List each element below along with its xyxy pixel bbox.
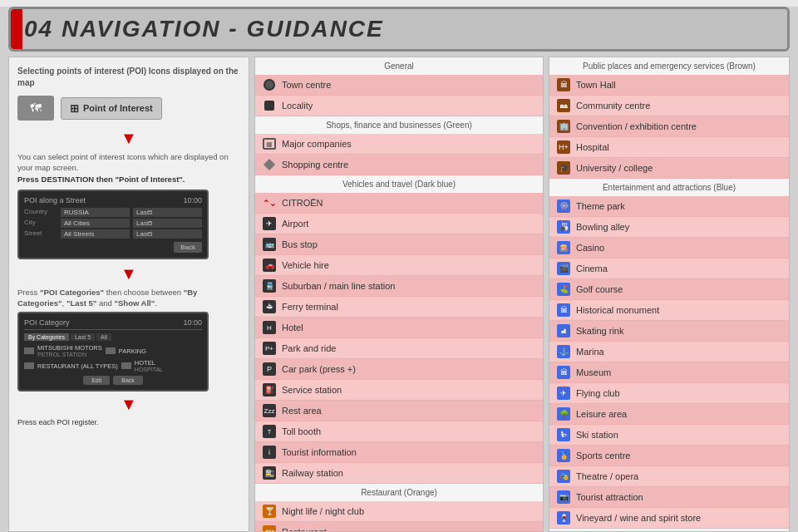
list-item[interactable]: ✈ Flying club xyxy=(549,383,789,404)
restaurant-icon: 🍽 xyxy=(262,525,277,532)
screen2-tab-last5[interactable]: Last 5 xyxy=(71,333,95,341)
poi-item-text: Golf course xyxy=(576,284,623,294)
list-item[interactable]: ⛷ Ski station xyxy=(549,425,789,446)
community-centre-icon: 🏘 xyxy=(556,98,571,113)
list-item[interactable]: ⛸ Skating rink xyxy=(549,321,789,342)
poi-item-text: Hotel xyxy=(282,323,303,332)
screen2-icon-1 xyxy=(24,347,34,354)
left-panel-title: Selecting points of interest (POI) Icons… xyxy=(17,66,240,89)
list-item[interactable]: 🍽 Restaurant xyxy=(255,522,543,532)
screen1-label-country: Country xyxy=(24,208,57,217)
list-item[interactable]: Locality xyxy=(255,96,543,116)
list-item[interactable]: Zzz Rest area xyxy=(255,401,543,421)
poi-item-text: Vehicle hire xyxy=(282,260,329,270)
list-item[interactable]: 🏛 Museum xyxy=(549,362,789,383)
middle-panel: General Town centre Locality Shops, fina… xyxy=(254,57,544,532)
list-item[interactable]: 🏢 Convention / exhibition centre xyxy=(549,116,789,137)
list-item[interactable]: 🍷 Vineyard / wine and spirit store xyxy=(549,508,789,529)
list-item[interactable]: ⌃⌄ CITROËN xyxy=(255,193,543,214)
list-item[interactable]: Town centre xyxy=(255,75,543,96)
screen2-tab-categories[interactable]: By Categories xyxy=(24,333,69,341)
screen2-main-2: RESTAURANT (ALL TYPES) xyxy=(37,362,118,370)
ferry-terminal-icon: ⛴ xyxy=(262,299,277,314)
left-desc-2: Press "POI Categories" then choose betwe… xyxy=(17,287,240,309)
list-item[interactable]: H+ Hospital xyxy=(549,137,789,158)
list-item[interactable]: T Toll booth xyxy=(255,421,543,442)
screen1-title: POI along a Street xyxy=(24,196,86,204)
list-item[interactable]: H Hotel xyxy=(255,318,543,338)
list-item[interactable]: ⚓ Marina xyxy=(549,342,789,362)
ski-station-icon: ⛷ xyxy=(556,427,571,442)
list-item[interactable]: 🚌 Bus stop xyxy=(255,234,543,255)
screen2-icon-2b xyxy=(121,362,131,369)
list-item[interactable]: 🏅 Sports centre xyxy=(549,446,789,466)
poi-item-text: Restaurant xyxy=(282,527,327,532)
screen1-back-btn[interactable]: Back xyxy=(174,242,202,253)
screen2-sub-2b: HOSPITAL xyxy=(135,367,163,372)
list-item[interactable]: 🚆 Suburban / main line station xyxy=(255,276,543,297)
town-centre-icon xyxy=(262,77,277,92)
convention-centre-icon: 🏢 xyxy=(556,119,571,134)
list-item[interactable]: 🌳 Leisure area xyxy=(549,404,789,425)
screen2-main-1b: PARKING xyxy=(119,347,146,355)
list-item[interactable]: 🍸 Night life / night club xyxy=(255,501,543,522)
screen1-value-city: All Cities xyxy=(61,219,130,228)
screen1-header: POI along a Street 10:00 xyxy=(24,196,202,204)
screen2-tab-all[interactable]: All xyxy=(96,333,111,341)
list-item[interactable]: 🏘 Community centre xyxy=(549,96,789,116)
screen1-time: 10:00 xyxy=(183,196,202,204)
list-item[interactable]: 📷 Tourist attraction xyxy=(549,487,789,508)
list-item[interactable]: ⛳ Golf course xyxy=(549,279,789,300)
poi-item-text: Town Hall xyxy=(576,80,616,90)
poi-item-text: Leisure area xyxy=(576,409,627,419)
poi-item-text: Locality xyxy=(282,101,313,111)
screen2-back-btn[interactable]: Back xyxy=(113,376,143,385)
skating-rink-icon: ⛸ xyxy=(556,323,571,338)
list-item[interactable]: 🚗 Vehicle hire xyxy=(255,255,543,276)
list-item[interactable]: P+ Park and ride xyxy=(255,338,543,359)
screen2-sub-1: PETROL STATION xyxy=(37,352,102,357)
list-item[interactable]: ✈ Airport xyxy=(255,214,543,234)
poi-item-text: CITROËN xyxy=(282,198,323,208)
list-item[interactable]: ⛴ Ferry terminal xyxy=(255,297,543,318)
poi-item-text: Tourist information xyxy=(282,447,357,457)
list-item[interactable]: 🏛 Historical monument xyxy=(549,300,789,321)
screen2-edit-btn[interactable]: Edit xyxy=(83,376,110,385)
poi-item-text: Rest area xyxy=(282,406,322,416)
poi-item-text: Bus stop xyxy=(282,239,318,249)
poi-button[interactable]: ⊞ Point of Interest xyxy=(61,97,162,120)
major-companies-icon: ▦ xyxy=(262,136,277,151)
bowling-alley-icon: 🎳 xyxy=(556,219,571,234)
list-item[interactable]: 🎭 Theatre / opera xyxy=(549,466,789,487)
list-item[interactable]: ⛽ Service station xyxy=(255,380,543,401)
arrow-down-2: ▼ xyxy=(17,264,240,283)
list-item[interactable]: 🎡 Theme park xyxy=(549,196,789,217)
flying-club-icon: ✈ xyxy=(556,386,571,401)
museum-icon: 🏛 xyxy=(556,365,571,380)
marina-icon: ⚓ xyxy=(556,344,571,359)
list-item[interactable]: 🚉 Railway station xyxy=(255,463,543,484)
list-item[interactable]: P Car park (press +) xyxy=(255,359,543,380)
poi-item-text: Major companies xyxy=(282,139,352,149)
toll-booth-icon: T xyxy=(262,424,277,439)
poi-item-text: University / college xyxy=(576,163,653,173)
arrow-down-1: ▼ xyxy=(17,129,240,148)
suburban-station-icon: 🚆 xyxy=(262,278,277,293)
poi-item-text: Hospital xyxy=(576,142,609,152)
list-item[interactable]: Shopping centre xyxy=(255,155,543,175)
list-item[interactable]: 🎳 Bowling alley xyxy=(549,217,789,238)
screen1-value-country: RUSSIA xyxy=(61,208,130,217)
airport-icon: ✈ xyxy=(262,216,277,231)
list-item[interactable]: 🏛 Town Hall xyxy=(549,75,789,96)
screen2-icon-1b xyxy=(106,347,116,354)
list-item[interactable]: i Tourist information xyxy=(255,442,543,463)
historical-monument-icon: 🏛 xyxy=(556,303,571,318)
screen2-text-1: MITSUBISHI MOTORS PETROL STATION xyxy=(37,344,102,357)
poi-item-text: Casino xyxy=(576,243,604,253)
list-item[interactable]: 🎬 Cinema xyxy=(549,259,789,279)
list-item[interactable]: 🎰 Casino xyxy=(549,238,789,259)
poi-item-text: Tourist attraction xyxy=(576,492,643,502)
poi-icon: ⊞ xyxy=(70,102,79,115)
list-item[interactable]: ▦ Major companies xyxy=(255,134,543,155)
list-item[interactable]: 🎓 University / college xyxy=(549,158,789,179)
